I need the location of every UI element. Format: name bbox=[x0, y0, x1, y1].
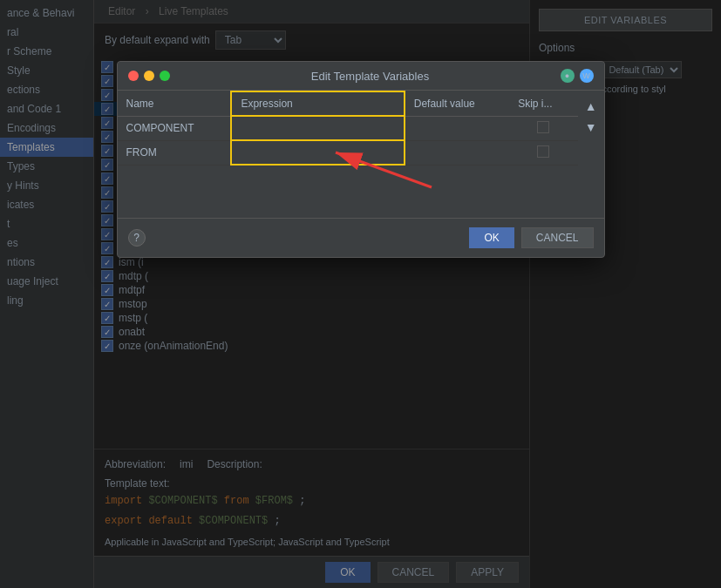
modal-buttons: OK CANCEL bbox=[469, 227, 593, 248]
modal-titlebar: Edit Template Variables ● W bbox=[118, 62, 604, 91]
row-name-component: COMPONENT bbox=[118, 116, 232, 140]
modal-icon1: ● bbox=[561, 69, 575, 83]
col-name: Name bbox=[118, 91, 232, 116]
arrow-annotation-area bbox=[118, 166, 604, 218]
row-name-from: FROM bbox=[118, 140, 232, 165]
modal-icon2: W bbox=[580, 69, 594, 83]
down-arrow-button[interactable]: ▼ bbox=[582, 118, 601, 136]
modal-arrows: ▲ ▼ bbox=[578, 91, 604, 166]
col-default: Default value bbox=[405, 91, 509, 116]
maximize-traffic-light[interactable] bbox=[160, 71, 170, 81]
modal-overlay: Edit Template Variables ● W Name Express… bbox=[0, 0, 721, 588]
up-arrow-button[interactable]: ▲ bbox=[582, 98, 601, 115]
modal-table: Name Expression Default value Skip i... … bbox=[118, 91, 578, 166]
minimize-traffic-light[interactable] bbox=[144, 71, 154, 81]
row-skip-component[interactable] bbox=[509, 116, 578, 140]
row-default-from[interactable] bbox=[405, 140, 509, 165]
modal-table-wrapper: Name Expression Default value Skip i... … bbox=[118, 91, 578, 166]
row-expression-component[interactable] bbox=[231, 116, 404, 140]
col-expression: Expression bbox=[231, 91, 404, 116]
modal-footer: ? OK CANCEL bbox=[118, 218, 604, 257]
modal-row-from[interactable]: FROM bbox=[118, 140, 578, 165]
modal-dialog: Edit Template Variables ● W Name Express… bbox=[117, 61, 605, 258]
main-container: ance & Behavi ral r Scheme Style ections… bbox=[0, 0, 721, 588]
modal-corner-icons: ● W bbox=[561, 69, 594, 83]
modal-title: Edit Template Variables bbox=[180, 70, 561, 83]
skip-checkbox-from[interactable] bbox=[537, 145, 549, 158]
close-traffic-light[interactable] bbox=[128, 71, 139, 81]
traffic-lights bbox=[128, 71, 170, 81]
col-skip: Skip i... bbox=[509, 91, 578, 116]
row-expression-from[interactable] bbox=[231, 140, 404, 165]
modal-ok-button[interactable]: OK bbox=[469, 227, 514, 248]
modal-cancel-button[interactable]: CANCEL bbox=[521, 227, 594, 248]
row-default-component[interactable] bbox=[405, 116, 509, 140]
modal-row-component[interactable]: COMPONENT bbox=[118, 116, 578, 140]
row-skip-from[interactable] bbox=[509, 140, 578, 165]
help-button[interactable]: ? bbox=[128, 229, 146, 247]
skip-checkbox-component[interactable] bbox=[537, 121, 549, 133]
modal-body: Name Expression Default value Skip i... … bbox=[118, 91, 604, 166]
